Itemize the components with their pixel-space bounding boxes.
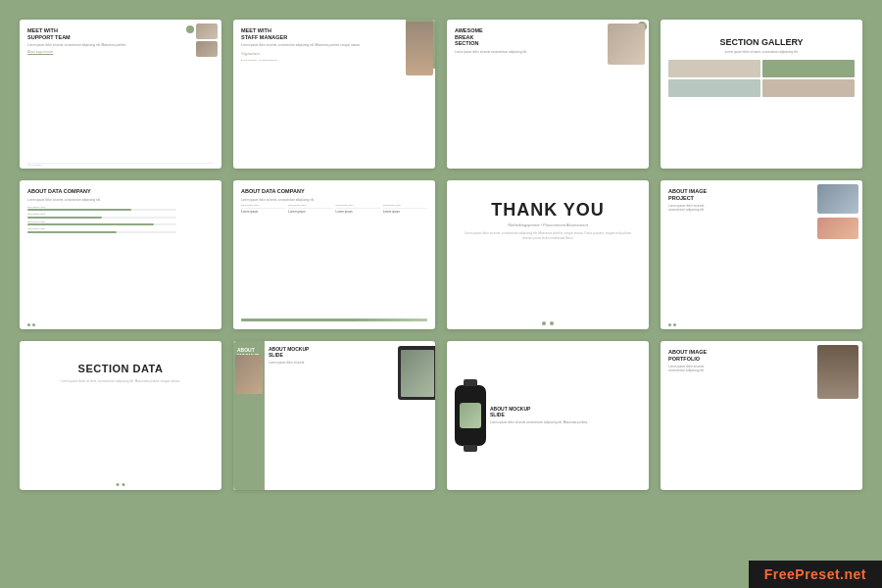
slide-12[interactable]: ABOUT IMAGEPORTFOLIO Lorem ipsum dolor s…	[661, 341, 862, 490]
slide-2[interactable]: MEET WITHSTAFF MANAGER Lorem ipsum dolor…	[233, 20, 435, 169]
watch-band-top	[464, 379, 477, 386]
tablet-device	[398, 346, 435, 400]
bar-label-4: Description Item	[27, 227, 214, 230]
watermark: FreePreset.net	[749, 561, 882, 588]
gallery-grid	[668, 60, 855, 97]
slide-11-content: ABOUT MOCKUPSLIDE Lorem ipsum dolor sit …	[490, 406, 641, 424]
people-image	[235, 355, 263, 394]
icon-9-1	[117, 483, 120, 486]
col-2-header: Description Item	[288, 204, 332, 209]
green-dot-1	[186, 25, 194, 33]
watch-device	[455, 385, 486, 446]
slide-11-body: Lorem ipsum dolor sit amet consectetuer …	[490, 420, 641, 424]
icon-1	[542, 321, 546, 325]
slide-10[interactable]: ABOUT MOCKUP SLIDE Lorem ipsum dolor ABO…	[233, 341, 435, 490]
slide-7-subtitle: Rethinkingopment • Procurement Assessmen…	[455, 222, 641, 227]
bar-chart: Description Item Description Item Descri…	[27, 206, 214, 233]
slide-8-img-top	[817, 184, 858, 214]
slide-8-icons	[668, 323, 676, 326]
slide-1-bottom: Our Solutions	[27, 164, 42, 167]
slide-12-body: Lorem ipsum dolor sit amet, consectetuer…	[668, 365, 715, 372]
watch-container	[455, 385, 486, 446]
bar-track-4	[27, 231, 176, 233]
slide-8-body: Lorem ipsum dolor sit amet, consectetuer…	[668, 204, 715, 212]
slide-1[interactable]: MEET WITHSUPPORT TEAM Lorem ipsum dolor …	[20, 20, 221, 169]
watermark-preset: Preset	[795, 566, 840, 582]
slide-2-signature: Signature	[241, 51, 427, 56]
col-4-val: Lorem ipsum	[383, 210, 427, 214]
slide-4-body: Lorem ipsum dolor sit amet, consectetuer…	[668, 50, 855, 54]
slide-1-link[interactable]: About support team	[27, 50, 214, 54]
watermark-net: .net	[840, 566, 866, 582]
watermark-free: Free	[764, 566, 796, 582]
icon-9-2	[122, 483, 125, 486]
watch-band-bottom	[464, 445, 477, 452]
bar-track-3	[27, 223, 176, 225]
slide-8-title: ABOUT IMAGEPROJECT	[668, 188, 715, 201]
slide-5-title: ABOUT DATA COMPANY	[27, 188, 214, 195]
slide-8[interactable]: ABOUT IMAGEPROJECT Lorem ipsum dolor sit…	[661, 180, 862, 329]
slide-7-body: Lorem ipsum dolor sit amet, consectetuer…	[455, 231, 641, 240]
data-table: Description Item Lorem ipsum Description…	[241, 204, 427, 214]
slide-3[interactable]: AWESOMEBREAKSECTION Lorem ipsum dolor si…	[447, 20, 649, 169]
slide-12-title: ABOUT IMAGEPORTFOLIO	[668, 349, 715, 362]
gal-2	[762, 60, 855, 77]
col-3-val: Lorem ipsum	[336, 210, 380, 214]
gal-1	[668, 60, 760, 77]
slide-9-icons	[117, 483, 125, 486]
icon-2	[550, 321, 554, 325]
slide-7[interactable]: THANK YOU Rethinkingopment • Procurement…	[447, 180, 649, 329]
tablet-screen	[401, 350, 434, 397]
bar-item-3: Description Item	[27, 220, 214, 226]
slide-7-icons	[542, 321, 554, 325]
slide-2-body: Lorem ipsum dolor sit amet, consectetuer…	[241, 43, 427, 47]
dot-2: ● FreePreset.net	[259, 59, 277, 62]
col-4-header: Description Item	[383, 204, 427, 209]
bar-fill-3	[27, 223, 154, 225]
bar-fill-1	[27, 209, 131, 211]
bar-fill-2	[27, 217, 102, 219]
slide-9[interactable]: SECTION DATA Lorem ipsum dolor sit amet,…	[20, 341, 221, 490]
slide-8-img-bottom	[817, 218, 858, 239]
slide-2-dots: ● Our Member ● FreePreset.net	[241, 59, 427, 62]
slide-5-body: Lorem ipsum dolor sit amet, consectetuer…	[27, 198, 214, 202]
person-image	[406, 22, 433, 75]
slide-4[interactable]: SECTION GALLERY Lorem ipsum dolor sit am…	[661, 20, 862, 169]
bar-label-2: Description Item	[27, 213, 214, 216]
dot-1: ● Our Member	[241, 59, 257, 62]
slide-7-title: THANK YOU	[455, 200, 641, 220]
slide-1-photos	[196, 24, 218, 57]
col-2-val: Lorem ipsum	[288, 210, 332, 214]
portfolio-image	[817, 345, 858, 399]
bd-1	[27, 323, 30, 326]
slide-2-title: MEET WITHSTAFF MANAGER	[241, 27, 427, 40]
bar-track-2	[27, 217, 176, 219]
col-3: Description Item Lorem ipsum	[336, 204, 380, 214]
slide-3-photo	[608, 24, 645, 65]
gal-4	[762, 79, 855, 97]
bar-fill-4	[27, 231, 117, 233]
slide-9-title: SECTION DATA	[27, 363, 214, 374]
photo-2	[196, 41, 218, 57]
slide-grid: MEET WITHSUPPORT TEAM Lorem ipsum dolor …	[0, 0, 882, 510]
icon-8-1	[668, 323, 671, 326]
photo-1	[196, 24, 218, 39]
col-1: Description Item Lorem ipsum	[241, 204, 285, 214]
icon-8-2	[673, 323, 676, 326]
col-1-val: Lorem ipsum	[241, 210, 285, 214]
bar-item-2: Description Item	[27, 213, 214, 219]
slide-6-body: Lorem ipsum dolor sit amet, consectetuer…	[241, 198, 427, 202]
divider	[27, 163, 214, 164]
watch-screen	[460, 403, 481, 428]
col-3-header: Description Item	[336, 204, 380, 209]
slide-6-title: ABOUT DATA COMPANY	[241, 188, 427, 195]
slide-6[interactable]: ABOUT DATA COMPANY Lorem ipsum dolor sit…	[233, 180, 435, 329]
slide-6-bar	[241, 318, 427, 321]
slide-9-body: Lorem ipsum dolor sit amet, consectetuer…	[27, 379, 214, 384]
col-2: Description Item Lorem ipsum	[288, 204, 332, 214]
slide-11[interactable]: ABOUT MOCKUPSLIDE Lorem ipsum dolor sit …	[447, 341, 649, 490]
slide-5[interactable]: ABOUT DATA COMPANY Lorem ipsum dolor sit…	[20, 180, 221, 329]
gal-3	[668, 79, 760, 97]
col-1-header: Description Item	[241, 204, 285, 209]
slide-11-title: ABOUT MOCKUPSLIDE	[490, 406, 641, 417]
